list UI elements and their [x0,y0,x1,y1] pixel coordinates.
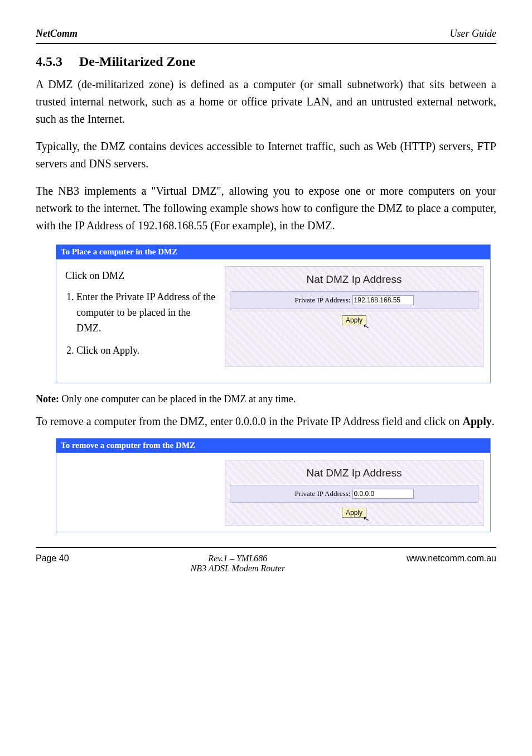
apply-button-remove-label: Apply [346,509,362,517]
panel2-left [63,460,225,526]
cursor-icon: ↖ [362,514,370,524]
private-ip-input-remove[interactable] [352,489,414,499]
remove-instruction: To remove a computer from the DMZ, enter… [36,413,496,430]
cursor-icon: ↖ [362,321,370,331]
panel1-field-label: Private IP Address: [294,296,350,304]
panel1-left-instructions: Click on DMZ Enter the Private IP Addres… [63,266,225,367]
footer-rule [36,547,496,548]
private-ip-input[interactable] [352,295,414,305]
panel2-title: To remove a computer from the DMZ [56,439,490,453]
footer-url: www.netcomm.com.au [407,553,496,574]
section-number: 4.5.3 [36,54,62,69]
panel2-field-row: Private IP Address: [230,485,478,503]
section-title: De-Militarized Zone [79,54,196,69]
note-text: Only one computer can be placed in the D… [61,393,296,405]
note-label: Note: [36,393,59,405]
paragraph-3: The NB3 implements a "Virtual DMZ", allo… [36,182,496,234]
apply-button-label: Apply [346,316,362,324]
panel1-box-title: Nat DMZ Ip Address [230,271,478,291]
panel1-field-row: Private IP Address: [230,291,478,309]
panel1-step-1: Enter the Private IP Address of the comp… [76,290,217,336]
panel2-field-label: Private IP Address: [294,489,350,498]
paragraph-1: A DMZ (de-militarized zone) is defined a… [36,76,496,128]
panel2-box-title: Nat DMZ Ip Address [230,465,478,485]
panel1-form-area: Nat DMZ Ip Address Private IP Address: A… [225,266,483,367]
footer-page-number: Page 40 [36,553,69,574]
panel1-title: To Place a computer in the DMZ [56,245,490,259]
panel2-form-area: Nat DMZ Ip Address Private IP Address: A… [225,460,483,526]
panel-remove-dmz: To remove a computer from the DMZ Nat DM… [56,438,491,532]
header-doc-title: User Guide [450,28,497,40]
header-brand: NetComm [36,28,78,40]
paragraph-2: Typically, the DMZ contains devices acce… [36,138,496,172]
panel1-left-intro: Click on DMZ [65,268,217,284]
apply-button[interactable]: Apply ↖ [342,315,366,325]
apply-button-remove[interactable]: Apply ↖ [342,508,366,518]
footer-rev: Rev.1 – YML686 [191,553,286,564]
header-rule [36,43,496,44]
panel1-step-2: Click on Apply. [76,343,217,359]
panel-place-dmz: To Place a computer in the DMZ Click on … [56,244,491,383]
footer-pdf-name: NB3 ADSL Modem Router [191,564,286,574]
